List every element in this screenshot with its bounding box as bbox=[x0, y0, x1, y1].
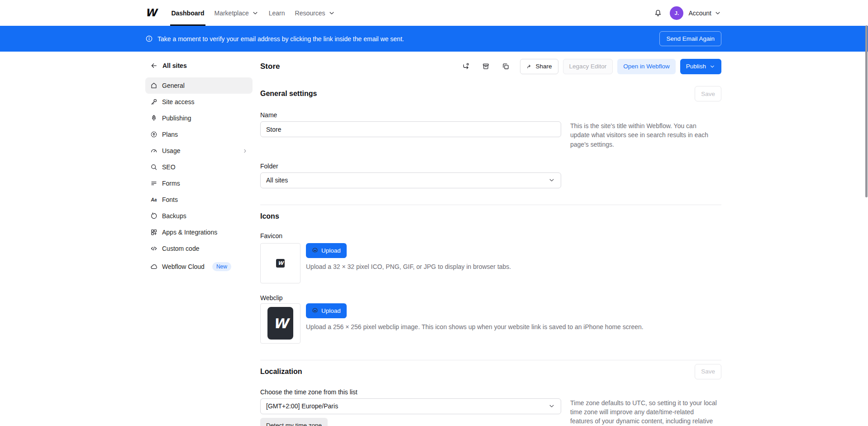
restore-icon bbox=[150, 212, 157, 220]
share-button[interactable]: Share bbox=[520, 59, 558, 74]
apps-icon bbox=[150, 229, 157, 236]
sidebar-item-general[interactable]: General bbox=[145, 77, 253, 94]
info-icon bbox=[145, 35, 153, 43]
arrow-left-icon bbox=[150, 62, 157, 69]
general-save-button[interactable]: Save bbox=[695, 86, 721, 101]
upload-label: Upload bbox=[321, 247, 341, 254]
nav-item-dashboard[interactable]: Dashboard bbox=[166, 0, 209, 26]
sidebar-item-label: Apps & Integrations bbox=[162, 229, 217, 236]
publish-button[interactable]: Publish bbox=[680, 59, 721, 74]
duplicate-site-button[interactable] bbox=[500, 61, 512, 72]
sidebar-item-custom-code[interactable]: Custom code bbox=[145, 240, 253, 257]
sidebar-item-publishing[interactable]: Publishing bbox=[145, 110, 253, 126]
sidebar-item-plans[interactable]: Plans bbox=[145, 126, 253, 143]
nav-label: Resources bbox=[295, 10, 325, 17]
share-label: Share bbox=[536, 63, 552, 70]
webclip-upload-button[interactable]: Upload bbox=[306, 303, 347, 318]
send-email-again-button[interactable]: Send Email Again bbox=[659, 31, 721, 46]
nav-right: J. Account bbox=[654, 6, 721, 20]
publish-label: Publish bbox=[686, 63, 706, 70]
chevron-down-icon bbox=[709, 63, 715, 70]
localization-save-button[interactable]: Save bbox=[695, 364, 721, 379]
upload-icon bbox=[312, 307, 318, 314]
sidebar-item-apps-integrations[interactable]: Apps & Integrations bbox=[145, 224, 253, 240]
back-label: All sites bbox=[162, 62, 187, 69]
site-name-input[interactable] bbox=[260, 121, 561, 137]
name-help-text: This is the site's title within Webflow.… bbox=[570, 121, 717, 149]
nav-item-learn[interactable]: Learn bbox=[264, 0, 290, 26]
icons-heading: Icons bbox=[260, 212, 721, 220]
section-divider bbox=[260, 205, 721, 205]
detect-timezone-button[interactable]: Detect my time zone bbox=[260, 418, 328, 426]
sidebar-item-label: Site access bbox=[162, 98, 195, 105]
favicon-help-text: Upload a 32 × 32 pixel ICO, PNG, GIF, or… bbox=[306, 262, 511, 271]
back-to-all-sites[interactable]: All sites bbox=[145, 59, 253, 72]
share-icon bbox=[526, 63, 533, 70]
primary-nav: Dashboard Marketplace Learn Resources bbox=[166, 0, 340, 26]
favicon-upload-button[interactable]: Upload bbox=[306, 243, 347, 258]
bell-icon bbox=[654, 9, 662, 17]
transfer-site-button[interactable] bbox=[460, 61, 472, 72]
archive-site-button[interactable] bbox=[480, 61, 492, 72]
avatar[interactable]: J. bbox=[670, 6, 683, 20]
timezone-label: Choose the time zone from this list bbox=[260, 388, 721, 396]
timezone-select[interactable]: [GMT+2:00] Europe/Paris bbox=[260, 398, 561, 414]
nav-item-marketplace[interactable]: Marketplace bbox=[210, 0, 264, 26]
sidebar-item-backups[interactable]: Backups bbox=[145, 208, 253, 224]
sidebar-item-webflow-cloud[interactable]: Webflow Cloud New bbox=[145, 258, 253, 275]
fonts-icon bbox=[150, 196, 157, 203]
account-label: Account bbox=[688, 10, 711, 17]
chevron-right-icon bbox=[242, 148, 248, 154]
folder-select[interactable]: All sites bbox=[260, 172, 561, 188]
open-in-webflow-button[interactable]: Open in Webflow bbox=[617, 59, 676, 74]
main-content: Store Share Legacy Editor Open in Webflo… bbox=[260, 52, 721, 426]
sidebar-item-usage[interactable]: Usage bbox=[145, 143, 253, 159]
top-nav: W Dashboard Marketplace Learn Resources … bbox=[0, 0, 868, 26]
sidebar-item-label: Backups bbox=[162, 212, 186, 220]
sidebar-item-label: Custom code bbox=[162, 245, 199, 252]
email-verify-banner: Take a moment to verify your email addre… bbox=[0, 26, 868, 52]
nav-label: Learn bbox=[269, 10, 285, 17]
chevron-down-icon bbox=[252, 10, 259, 17]
account-menu[interactable]: Account bbox=[688, 10, 721, 17]
sidebar-item-label: Plans bbox=[162, 131, 178, 138]
code-icon bbox=[150, 245, 157, 252]
general-settings-heading: General settings bbox=[260, 90, 317, 98]
nav-label: Marketplace bbox=[215, 10, 249, 17]
chevron-down-icon bbox=[548, 177, 555, 184]
upload-icon bbox=[312, 247, 318, 254]
sidebar-item-site-access[interactable]: Site access bbox=[145, 94, 253, 110]
new-badge: New bbox=[212, 262, 231, 271]
upgrade-icon bbox=[150, 131, 157, 138]
transfer-site-icon bbox=[462, 62, 470, 70]
legacy-editor-button[interactable]: Legacy Editor bbox=[563, 59, 613, 74]
webclip-label: Webclip bbox=[260, 294, 721, 302]
sidebar-item-label: Publishing bbox=[162, 115, 191, 122]
chevron-down-icon bbox=[548, 402, 555, 410]
favicon-preview: W bbox=[260, 243, 300, 283]
nav-label: Dashboard bbox=[171, 10, 204, 17]
sidebar-item-seo[interactable]: SEO bbox=[145, 159, 253, 175]
key-icon bbox=[150, 98, 157, 105]
sidebar-item-forms[interactable]: Forms bbox=[145, 175, 253, 191]
search-icon bbox=[150, 163, 157, 171]
localization-heading: Localization bbox=[260, 368, 302, 376]
notifications-button[interactable] bbox=[654, 9, 662, 17]
favicon-label: Favicon bbox=[260, 232, 721, 239]
nav-item-resources[interactable]: Resources bbox=[290, 0, 340, 26]
webflow-logo[interactable]: W bbox=[145, 8, 156, 18]
sidebar-item-label: General bbox=[162, 82, 185, 89]
cloud-icon bbox=[150, 263, 157, 270]
webclip-help-text: Upload a 256 × 256 pixel webclip image. … bbox=[306, 322, 644, 331]
banner-message: Take a moment to verify your email addre… bbox=[157, 35, 404, 43]
webclip-glyph: W bbox=[273, 316, 287, 331]
page-title: Store bbox=[260, 62, 280, 71]
sidebar-item-fonts[interactable]: Fonts bbox=[145, 191, 253, 208]
webclip-image: W bbox=[267, 307, 293, 340]
upload-label: Upload bbox=[321, 307, 341, 314]
scrollbar[interactable] bbox=[865, 25, 868, 197]
rocket-icon bbox=[150, 115, 157, 122]
folder-label: Folder bbox=[260, 163, 721, 170]
favicon-glyph: W bbox=[278, 260, 283, 266]
archive-icon bbox=[482, 62, 490, 70]
